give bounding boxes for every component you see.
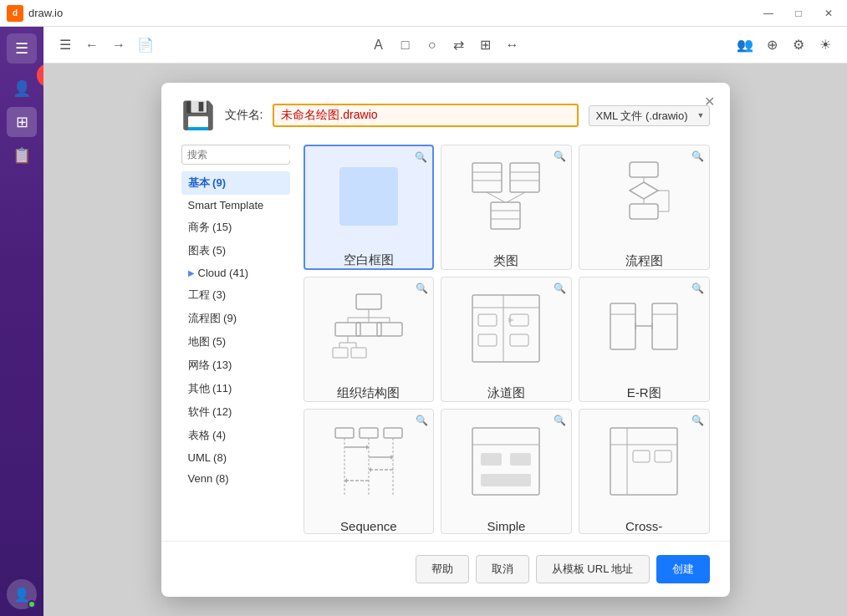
svg-rect-42	[510, 334, 528, 346]
svg-marker-40	[497, 318, 514, 323]
sidebar-item-grid[interactable]: ⊞	[7, 107, 37, 137]
category-item-business[interactable]: 商务 (15)	[181, 216, 290, 239]
template-card-er[interactable]: 🔍 E-R图	[579, 277, 710, 402]
minimize-button[interactable]: —	[757, 5, 780, 22]
template-card-swimlane[interactable]: 🔍 泳道图	[441, 277, 572, 402]
svg-rect-4	[510, 163, 539, 192]
filetype-select-wrapper: XML 文件 (.drawio)	[589, 105, 710, 126]
toolbar-connect-btn[interactable]: ⇄	[447, 33, 471, 57]
sidebar-item-home[interactable]: 👤	[7, 74, 37, 104]
template-card-class[interactable]: 🔍 类图	[441, 145, 572, 270]
template-card-org[interactable]: 🔍 组织结构图	[304, 277, 435, 402]
toolbar-settings-btn[interactable]: ⚙	[787, 33, 810, 57]
category-item-smart[interactable]: Smart Template	[181, 195, 290, 216]
toolbar-table-btn[interactable]: ⊞	[474, 33, 497, 57]
template-label-blank: 空白框图	[344, 252, 394, 268]
category-item-other[interactable]: 其他 (11)	[181, 377, 290, 400]
toolbar-text-btn[interactable]: A	[367, 33, 390, 57]
category-item-uml[interactable]: UML (8)	[181, 447, 290, 468]
filetype-select[interactable]: XML 文件 (.drawio)	[589, 105, 710, 126]
dialog-body: 🔍 基本 (9)Smart Template商务 (15)图表 (5)▶Clou…	[161, 145, 730, 541]
toolbar-expand-btn[interactable]: ↔	[501, 33, 524, 57]
template-label-sequence: Sequence	[340, 519, 397, 533]
template-label-flowchart: 流程图	[625, 253, 663, 269]
template-card-sequence[interactable]: 🔍 Sequence	[304, 409, 435, 534]
toolbar-menu-btn[interactable]: ☰	[54, 33, 77, 57]
template-search-icon: 🔍	[416, 283, 428, 294]
template-preview-swimlane	[441, 277, 571, 379]
template-search-icon: 🔍	[416, 415, 428, 426]
create-button[interactable]: 创建	[656, 555, 710, 583]
template-card-simple[interactable]: 🔍 Simple	[441, 409, 572, 534]
svg-rect-52	[384, 428, 402, 438]
filename-input[interactable]	[273, 104, 578, 127]
category-item-cloud[interactable]: ▶Cloud (41)	[181, 262, 290, 283]
new-file-dialog: ✕ 💾 文件名: XML 文件 (.drawio)	[161, 83, 730, 597]
category-item-venn[interactable]: Venn (8)	[181, 468, 290, 489]
toolbar-undo-btn[interactable]: ←	[80, 33, 104, 57]
url-button[interactable]: 从模板 URL 地址	[536, 555, 650, 583]
disk-icon: 💾	[181, 99, 215, 131]
title-bar: d draw.io — □ ✕	[0, 0, 847, 27]
sidebar-item-docs[interactable]: 📋	[7, 140, 37, 171]
cancel-button[interactable]: 取消	[476, 555, 529, 583]
category-item-network[interactable]: 网络 (13)	[181, 354, 290, 377]
template-search-icon: 🔍	[415, 151, 427, 163]
template-label-class: 类图	[493, 253, 518, 269]
template-search-icon: 🔍	[554, 415, 566, 426]
template-preview-flowchart	[579, 145, 709, 247]
svg-rect-20	[356, 294, 381, 309]
toolbar-theme-btn[interactable]: ☀	[814, 33, 837, 57]
category-item-basic[interactable]: 基本 (9)	[181, 171, 290, 195]
category-item-software[interactable]: 软件 (12)	[181, 400, 290, 424]
svg-rect-45	[652, 303, 677, 349]
template-card-blank[interactable]: 🔍 空白框图	[304, 145, 435, 270]
template-label-cross: Cross-	[625, 519, 662, 533]
title-bar-text: draw.io	[28, 7, 757, 19]
toolbar-zoom-btn[interactable]: ⊕	[760, 33, 783, 57]
main-content: ✕ 💾 文件名: XML 文件 (.drawio)	[43, 64, 847, 616]
template-grid: 🔍 空白框图 🔍 类图 🔍	[304, 145, 710, 541]
svg-rect-14	[630, 204, 658, 219]
toolbar-new-btn[interactable]: 📄	[134, 33, 157, 57]
svg-rect-35	[472, 295, 539, 362]
svg-rect-69	[610, 428, 677, 495]
toolbar-rect-btn[interactable]: □	[394, 33, 417, 57]
maximize-button[interactable]: □	[787, 5, 810, 22]
category-item-engineering[interactable]: 工程 (3)	[181, 283, 290, 307]
search-box[interactable]: 🔍	[181, 145, 290, 165]
template-search-icon: 🔍	[554, 150, 566, 162]
category-list-items: 基本 (9)Smart Template商务 (15)图表 (5)▶Cloud …	[181, 171, 290, 489]
svg-rect-72	[633, 451, 650, 462]
help-button[interactable]: 帮助	[416, 555, 469, 583]
svg-line-11	[507, 192, 525, 202]
category-item-chart[interactable]: 图表 (5)	[181, 239, 290, 262]
template-label-swimlane: 泳道图	[487, 385, 525, 401]
close-button[interactable]: ✕	[817, 5, 840, 22]
svg-rect-34	[351, 348, 366, 358]
title-bar-controls: — □ ✕	[757, 5, 840, 22]
category-item-table[interactable]: 表格 (4)	[181, 424, 290, 447]
toolbar-redo-btn[interactable]: →	[107, 33, 130, 57]
template-card-flowchart[interactable]: 🔍 流程图	[579, 145, 710, 270]
svg-rect-1	[472, 163, 502, 192]
template-label-simple: Simple	[487, 519, 526, 533]
category-list: 🔍 基本 (9)Smart Template商务 (15)图表 (5)▶Clou…	[181, 145, 290, 541]
dialog-footer: 帮助 取消 从模板 URL 地址 创建	[161, 541, 730, 597]
filename-label: 文件名:	[225, 108, 263, 123]
dialog-filename-row: 💾 文件名: XML 文件 (.drawio)	[161, 83, 730, 145]
category-item-flowchart[interactable]: 流程图 (9)	[181, 307, 290, 330]
search-input[interactable]	[187, 149, 313, 160]
template-card-cross[interactable]: 🔍 Cross-	[579, 409, 710, 534]
svg-rect-73	[655, 451, 671, 462]
template-preview-org	[304, 277, 434, 379]
sidebar-user-avatar[interactable]: 👤	[7, 579, 37, 609]
template-preview-sequence	[304, 410, 434, 512]
template-preview-er	[579, 277, 709, 379]
category-item-map[interactable]: 地图 (5)	[181, 330, 290, 354]
svg-rect-38	[478, 314, 497, 326]
template-label-er: E-R图	[627, 385, 661, 401]
toolbar-circle-btn[interactable]: ○	[421, 33, 444, 57]
toolbar-share-btn[interactable]: 👥	[733, 33, 757, 57]
svg-marker-63	[344, 478, 347, 483]
